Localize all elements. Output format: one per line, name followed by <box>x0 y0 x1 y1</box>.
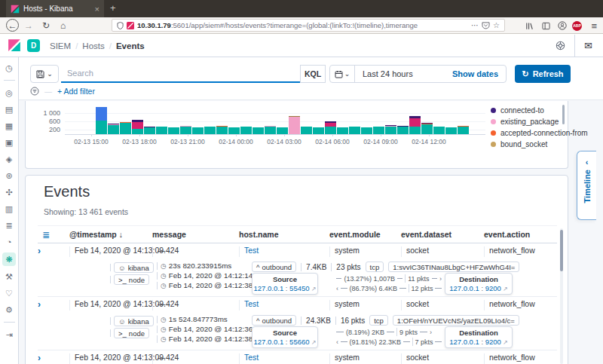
sidebar-item-visualize[interactable]: ▤ <box>2 103 16 115</box>
legend-item[interactable]: accepted-connection-from <box>491 128 588 137</box>
new-tab-button[interactable]: + <box>110 2 116 14</box>
url-bar[interactable]: 10.30.1.79:5601/app/siem#/hosts/events?t… <box>112 19 505 32</box>
sidebar-item-stack-monitoring[interactable]: ♡ <box>2 287 16 299</box>
sidebar-item-management[interactable]: ⚙ <box>2 304 16 316</box>
host-name-cell[interactable]: Test <box>239 300 259 310</box>
refresh-button[interactable]: ↻ Refresh <box>515 65 571 83</box>
browser-tab[interactable]: Hosts - Kibana × <box>6 0 104 17</box>
back-icon[interactable]: ← <box>6 19 19 32</box>
kibana-logo[interactable] <box>8 38 21 52</box>
sidebar-item-canvas[interactable]: ▣ <box>2 136 16 148</box>
filter-icon[interactable] <box>30 87 39 96</box>
legend-item[interactable]: existing_package <box>491 117 559 126</box>
column-header-eventdataset[interactable]: event.dataset <box>401 230 451 239</box>
legend-item[interactable]: bound_socket <box>491 139 547 148</box>
sidebar-item-uptime[interactable]: ◔ <box>2 236 16 248</box>
events-scrollbar[interactable] <box>560 228 563 364</box>
adblock-icon[interactable]: ABP <box>572 21 582 31</box>
histogram-bar[interactable] <box>168 127 179 134</box>
sidebar-item-collapse-navigation[interactable]: ⇥ <box>2 329 16 341</box>
newsfeed-icon[interactable]: ✉ <box>584 40 592 51</box>
histogram-bar[interactable] <box>433 127 445 134</box>
histogram-bar[interactable] <box>240 127 252 134</box>
expand-row-icon[interactable]: › <box>38 353 41 363</box>
histogram-bar[interactable] <box>132 120 143 134</box>
sidebar-item-dashboard[interactable]: ▦ <box>2 120 16 132</box>
column-header-eventmodule[interactable]: event.module <box>329 230 381 239</box>
histogram-bar[interactable] <box>265 126 276 134</box>
host-name-cell[interactable]: Test <box>239 246 259 257</box>
account-icon[interactable] <box>558 17 567 34</box>
space-badge[interactable]: D <box>27 39 40 52</box>
home-icon[interactable]: ⌂ <box>60 17 66 34</box>
sidebar-item-machine-learning[interactable]: ⊛ <box>2 170 16 182</box>
legend-scrollbar[interactable] <box>562 105 565 124</box>
sidebar-item-discover[interactable]: ◎ <box>2 87 16 99</box>
histogram-bar[interactable] <box>228 127 240 134</box>
histogram-bar[interactable] <box>421 123 433 134</box>
tab-close-icon[interactable]: × <box>95 5 99 14</box>
sidebar-item-graph[interactable]: ✣ <box>2 186 16 198</box>
histogram-bar[interactable] <box>313 127 324 134</box>
histogram-bar[interactable] <box>397 126 409 134</box>
date-picker-calendar-button[interactable]: ⌄ <box>330 66 355 82</box>
protocol-badge[interactable]: tcp <box>369 315 388 326</box>
sidebar-item-infrastructure[interactable]: ▥ <box>2 203 16 215</box>
external-link-icon[interactable]: ↗ <box>501 286 508 292</box>
sidebars-icon[interactable] <box>542 17 550 34</box>
histogram-bar[interactable] <box>144 127 155 134</box>
bookmark-star-icon[interactable]: ☆ <box>493 21 500 29</box>
external-link-icon[interactable]: ↗ <box>310 339 317 346</box>
histogram-bar[interactable] <box>409 116 421 134</box>
show-dates-button[interactable]: Show dates <box>452 69 506 78</box>
histogram-bar[interactable] <box>180 126 191 134</box>
histogram-bar[interactable] <box>458 126 469 134</box>
host-name-cell[interactable]: Test <box>239 353 259 364</box>
histogram-bar[interactable] <box>96 107 107 134</box>
column-header-hostname[interactable]: host.name <box>239 230 279 239</box>
histogram-bar[interactable] <box>216 126 228 134</box>
saved-query-menu-button[interactable]: ⌄ <box>30 65 59 83</box>
histogram-bar[interactable] <box>361 127 372 134</box>
destination-endpoint-port[interactable]: 9200 <box>485 338 501 346</box>
sidebar-item-recently-viewed[interactable]: ◷ <box>2 62 16 74</box>
histogram-bar[interactable] <box>204 127 216 134</box>
sidebar-item-dev-tools[interactable]: ⚒ <box>2 271 16 283</box>
destination-endpoint-ip[interactable]: 127.0.0.1 <box>449 338 479 346</box>
histogram-bar[interactable] <box>373 127 384 134</box>
menu-icon[interactable]: ≡ <box>591 17 597 34</box>
library-icon[interactable] <box>525 17 534 34</box>
column-header-timestamp[interactable]: @timestamp ↓ <box>69 230 123 239</box>
events-scrollbar-thumb[interactable] <box>560 230 563 271</box>
node-badge[interactable]: >_node <box>114 274 149 285</box>
histogram-bar[interactable] <box>120 122 131 134</box>
node-badge[interactable]: >_node <box>114 328 149 338</box>
site-identity-icon[interactable] <box>127 22 134 29</box>
reload-icon[interactable]: ↻ <box>42 17 50 34</box>
breadcrumb-hosts[interactable]: Hosts <box>82 41 104 50</box>
sidebar-item-maps[interactable]: ◈ <box>2 153 16 165</box>
external-link-icon[interactable]: ↗ <box>501 339 508 346</box>
legend-item[interactable]: connected-to <box>491 106 544 115</box>
histogram-bar[interactable] <box>253 127 264 134</box>
external-link-icon[interactable]: ↗ <box>310 286 317 292</box>
histogram-bar[interactable] <box>192 127 204 134</box>
histogram-bar[interactable] <box>385 125 396 134</box>
expand-row-icon[interactable]: › <box>38 246 41 256</box>
timeline-flyout-button[interactable]: ‹ Timeline <box>577 151 596 220</box>
histogram-bar[interactable] <box>277 127 288 134</box>
protocol-badge[interactable]: tcp <box>366 262 384 272</box>
kibana-badge[interactable]: ☺kibana <box>114 316 154 326</box>
shield-icon[interactable] <box>117 22 124 29</box>
help-icon[interactable] <box>556 41 565 50</box>
expand-row-icon[interactable]: › <box>38 299 41 310</box>
column-header-eventaction[interactable]: event.action <box>484 230 530 239</box>
destination-endpoint-ip[interactable]: 127.0.0.1 <box>449 284 479 292</box>
fields-browser-icon[interactable]: ≣ <box>42 230 50 240</box>
source-endpoint-ip[interactable]: 127.0.0.1 <box>254 338 284 346</box>
destination-endpoint-port[interactable]: 9200 <box>485 284 501 292</box>
histogram-bar[interactable] <box>337 127 348 134</box>
kibana-badge[interactable]: ☺kibana <box>114 262 154 273</box>
histogram-bar[interactable] <box>301 127 312 134</box>
direction-badge[interactable]: ^outbound <box>252 262 296 272</box>
